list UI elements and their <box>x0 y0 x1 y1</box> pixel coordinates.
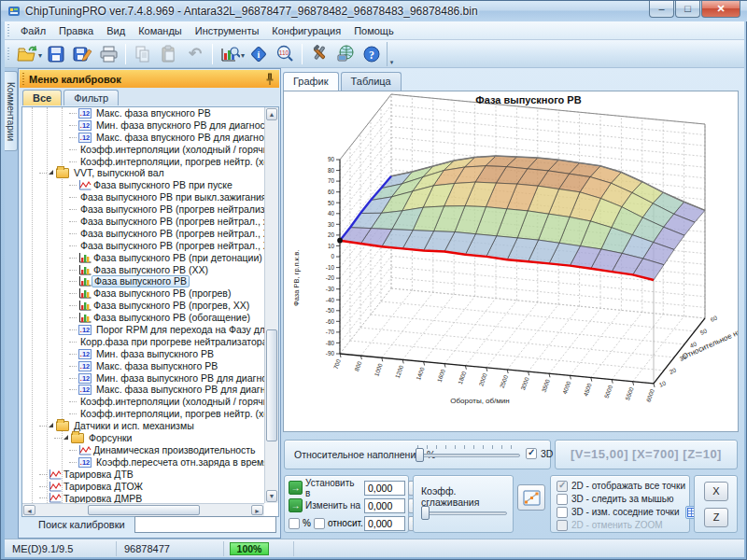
svg-text:1800: 1800 <box>457 370 468 385</box>
tree-item[interactable]: .12Макс. фаза впускного РВ для диагности… <box>22 132 264 144</box>
change-value-button[interactable]: → <box>289 498 303 512</box>
comments-side-tab[interactable]: Комментарии <box>5 71 18 151</box>
tree-horizontal-scrollbar[interactable]: ◄ ► <box>22 503 264 516</box>
expand-arrow-icon[interactable] <box>49 170 53 175</box>
tree-item[interactable]: Корр.фаза при прогреве нейтрализатора <box>22 336 264 348</box>
tree-item[interactable]: Фаза выпускного РВ <box>22 275 264 287</box>
info-button[interactable]: i <box>247 42 271 66</box>
tree-item[interactable]: Тарировка ДТВ <box>22 469 264 481</box>
svg-text:0: 0 <box>331 253 334 259</box>
panel-grip[interactable] <box>21 73 26 86</box>
tree-item[interactable]: .12Мин. фаза впускного РВ для диагностик… <box>22 119 264 132</box>
menu-2[interactable]: Вид <box>100 23 132 38</box>
tree-item[interactable]: .12Порог RPM для перехода на Фазу для ре… <box>22 324 264 336</box>
scroll-right-arrow[interactable]: ► <box>251 505 263 515</box>
scroll-left-arrow[interactable]: ◄ <box>23 505 35 515</box>
set-value-button[interactable]: → <box>289 481 303 495</box>
option-checkbox[interactable] <box>557 520 568 531</box>
undo-button[interactable]: ↶ <box>183 42 207 66</box>
tab-graph[interactable]: График <box>283 72 339 91</box>
view-3d-checkbox[interactable] <box>526 448 537 459</box>
menu-5[interactable]: Конфигурация <box>265 23 347 38</box>
tab-all[interactable]: Все <box>22 90 62 105</box>
tree-folder[interactable]: Форсунки <box>22 432 264 444</box>
toolbar-overflow-chevron[interactable]: ▾ <box>387 42 396 66</box>
tree-item[interactable]: Фаза выпускного РВ (прогрев нейтрал., хо… <box>22 216 264 228</box>
tree-item[interactable]: Коэфф.интерполяции (холодный / горячий ) <box>22 144 264 156</box>
close-button[interactable]: ✕ <box>701 1 740 18</box>
scroll-down-arrow[interactable]: ▼ <box>266 490 277 502</box>
percent-checkbox[interactable] <box>289 518 300 529</box>
tree-item[interactable]: .12Макс. фаза выпускного РВ <box>22 360 264 372</box>
maximize-button[interactable]: □ <box>675 1 700 18</box>
open-file-button[interactable] <box>15 42 39 66</box>
expand-arrow-icon[interactable] <box>49 423 53 427</box>
scroll-thumb[interactable] <box>266 329 277 441</box>
x-axis-button[interactable]: X <box>704 482 728 501</box>
tree-item[interactable]: .12Коэфф.пересчета отн.заряда в время вп… <box>22 456 264 469</box>
z-axis-button[interactable]: Z <box>704 508 728 527</box>
relative-value-input[interactable] <box>364 516 405 531</box>
scroll-thumb[interactable] <box>88 505 200 515</box>
tree-item[interactable]: Тарировка ДТОЖ <box>22 481 264 493</box>
title-bar[interactable]: ChipTuningPRO ver.7.4.8.969 - Antara32L_… <box>1 1 747 21</box>
paste-button[interactable] <box>157 42 181 66</box>
search-input[interactable] <box>134 516 276 533</box>
save-button[interactable] <box>44 42 68 66</box>
zoom-110-button[interactable]: 110 <box>273 42 297 66</box>
menubar-grip[interactable] <box>7 24 11 37</box>
settings-button[interactable] <box>307 42 331 66</box>
tree-item[interactable]: Фаза выпускного РВ (прогрев нейтрал., ХХ… <box>22 228 264 240</box>
chart-view-dropdown-arrow[interactable]: ▾ <box>241 51 245 60</box>
menu-0[interactable]: Файл <box>14 23 52 38</box>
map-2d-icon: .12 <box>78 457 92 468</box>
tree-vertical-scrollbar[interactable]: ▲ ▼ <box>264 107 278 503</box>
load-slider[interactable] <box>416 448 520 461</box>
print-button[interactable] <box>96 42 120 66</box>
tree-item[interactable]: .12Мин. фаза выпускного РВ <box>22 348 264 360</box>
option-checkbox[interactable] <box>557 494 568 505</box>
scroll-up-arrow[interactable]: ▲ <box>266 108 277 120</box>
pin-icon[interactable] <box>264 73 275 86</box>
tab-table[interactable]: Таблица <box>341 72 402 91</box>
change-value-input[interactable] <box>364 498 405 513</box>
expand-arrow-icon[interactable] <box>63 435 68 440</box>
toolbar-grip[interactable] <box>7 48 11 61</box>
menu-4[interactable]: Инструменты <box>189 23 266 38</box>
relative-checkbox[interactable] <box>314 518 325 529</box>
menu-6[interactable]: Помощь <box>347 23 401 38</box>
open-dropdown-arrow[interactable]: ▾ <box>38 51 42 60</box>
option-checkbox[interactable] <box>557 481 568 492</box>
tree-item[interactable]: Коэфф.интерполяции (холодный / горячий ) <box>22 396 264 408</box>
minimize-button[interactable]: – <box>649 1 674 18</box>
tree-item[interactable]: Фаза выпускного РВ (прогрев нейтрал., ХХ… <box>22 240 264 252</box>
tree-folder[interactable]: Датчики и исп. механизмы <box>22 420 264 432</box>
tab-filter[interactable]: Фильтр <box>63 90 119 105</box>
tree-item[interactable]: .12Макс. фаза выпускного РВ для диагност… <box>22 384 264 396</box>
apply-smoothing-button[interactable] <box>517 484 545 511</box>
option-checkbox[interactable] <box>557 507 568 518</box>
tree-item[interactable]: Тарировка ДМРВ <box>22 493 264 504</box>
help-button[interactable]: ? <box>359 42 384 66</box>
smoothing-slider[interactable] <box>421 506 507 519</box>
tree-item[interactable]: Фаза выпускного РВ при пуске <box>22 179 264 191</box>
surface-chart[interactable]: 9080706050403020100-10-20-30-40-50-60-70… <box>283 91 739 432</box>
menu-3[interactable]: Команды <box>132 23 189 38</box>
save-as-button[interactable] <box>70 42 94 66</box>
chart-view-button[interactable] <box>218 42 242 66</box>
tree-item[interactable]: Фаза выпускного РВ (ХХ) <box>22 264 264 276</box>
copy-button[interactable] <box>131 42 155 66</box>
tree-item[interactable]: Фаза выпускного РВ (прогрев нейтрализато… <box>22 203 264 216</box>
tree-item[interactable]: Фаза выпускного РВ (при детонации) <box>22 252 264 264</box>
set-value-input[interactable] <box>364 481 405 496</box>
online-button[interactable] <box>333 42 358 66</box>
tree-item[interactable]: Фаза выпускного РВ (прогрев, ХХ) <box>22 300 264 312</box>
menu-1[interactable]: Правка <box>52 23 100 38</box>
tree-folder[interactable]: VVT, выпускной вал <box>22 167 264 179</box>
tree-item[interactable]: Динамическая производительность <box>22 444 264 456</box>
tree-item[interactable]: .12Макс. фаза впускного РВ <box>22 107 264 119</box>
tree-item[interactable]: Фаза выпускного РВ (обогащение) <box>22 312 264 324</box>
tree-item[interactable]: Фаза выпускного РВ при выкл.зажигания <box>22 191 264 203</box>
tree-item[interactable]: .12Мин. фаза выпускного РВ для диагности… <box>22 372 264 385</box>
tree-item[interactable]: Фаза выпускного РВ (прогрев) <box>22 287 264 300</box>
